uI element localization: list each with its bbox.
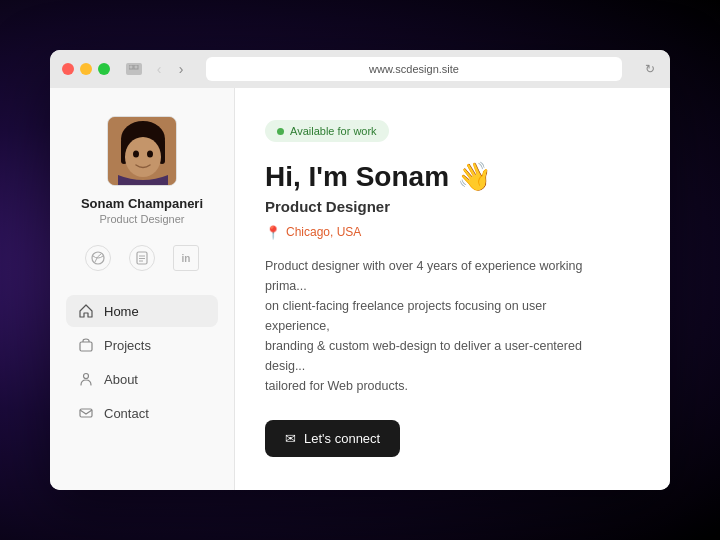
nav-item-contact[interactable]: Contact	[66, 397, 218, 429]
nav-home-label: Home	[104, 304, 139, 319]
url-text: www.scdesign.site	[369, 63, 459, 75]
nav-arrows: ‹ ›	[150, 60, 190, 78]
location-icon: 📍	[265, 225, 281, 240]
svg-point-15	[84, 374, 89, 379]
traffic-light-red[interactable]	[62, 63, 74, 75]
svg-rect-1	[134, 65, 138, 69]
svg-rect-16	[80, 409, 92, 417]
home-icon	[78, 303, 94, 319]
nav-projects-label: Projects	[104, 338, 151, 353]
projects-icon	[78, 337, 94, 353]
nav-item-about[interactable]: About	[66, 363, 218, 395]
nav-item-projects[interactable]: Projects	[66, 329, 218, 361]
bio-text: Product designer with over 4 years of ex…	[265, 256, 605, 396]
address-bar[interactable]: www.scdesign.site	[206, 57, 622, 81]
window-controls	[126, 63, 142, 75]
avatar	[107, 116, 177, 186]
svg-rect-14	[80, 342, 92, 351]
traffic-lights	[62, 63, 110, 75]
main-content: Available for work Hi, I'm Sonam 👋 Produ…	[235, 88, 670, 490]
connect-label: Let's connect	[304, 431, 380, 446]
availability-text: Available for work	[290, 125, 377, 137]
forward-button[interactable]: ›	[172, 60, 190, 78]
svg-point-6	[125, 137, 161, 177]
traffic-light-yellow[interactable]	[80, 63, 92, 75]
nav-menu: Home Projects	[50, 295, 234, 429]
dribbble-icon[interactable]	[85, 245, 111, 271]
contact-icon	[78, 405, 94, 421]
nav-item-home[interactable]: Home	[66, 295, 218, 327]
user-name: Sonam Champaneri	[81, 196, 203, 211]
linkedin-icon[interactable]: in	[173, 245, 199, 271]
svg-point-7	[133, 151, 139, 158]
connect-button[interactable]: ✉ Let's connect	[265, 420, 400, 457]
hero-subtitle: Product Designer	[265, 198, 640, 215]
window-tile-btn[interactable]	[126, 63, 142, 75]
availability-dot	[277, 128, 284, 135]
document-icon[interactable]	[129, 245, 155, 271]
browser-window: ‹ › www.scdesign.site ↻	[50, 50, 670, 490]
location-text: Chicago, USA	[286, 225, 361, 239]
hero-title: Hi, I'm Sonam 👋	[265, 160, 640, 194]
connect-icon: ✉	[285, 431, 296, 446]
traffic-light-green[interactable]	[98, 63, 110, 75]
nav-contact-label: Contact	[104, 406, 149, 421]
social-icons: in	[85, 245, 199, 271]
avatar-image	[108, 117, 176, 185]
svg-point-8	[147, 151, 153, 158]
hero-title-text: Hi, I'm Sonam 👋	[265, 161, 492, 192]
browser-content: Sonam Champaneri Product Designer	[50, 88, 670, 490]
browser-chrome: ‹ › www.scdesign.site ↻	[50, 50, 670, 88]
reload-button[interactable]: ↻	[642, 61, 658, 77]
nav-about-label: About	[104, 372, 138, 387]
user-title: Product Designer	[100, 213, 185, 225]
availability-badge: Available for work	[265, 120, 389, 142]
svg-rect-0	[129, 65, 133, 69]
location: 📍 Chicago, USA	[265, 225, 640, 240]
back-button[interactable]: ‹	[150, 60, 168, 78]
about-icon	[78, 371, 94, 387]
sidebar: Sonam Champaneri Product Designer	[50, 88, 235, 490]
